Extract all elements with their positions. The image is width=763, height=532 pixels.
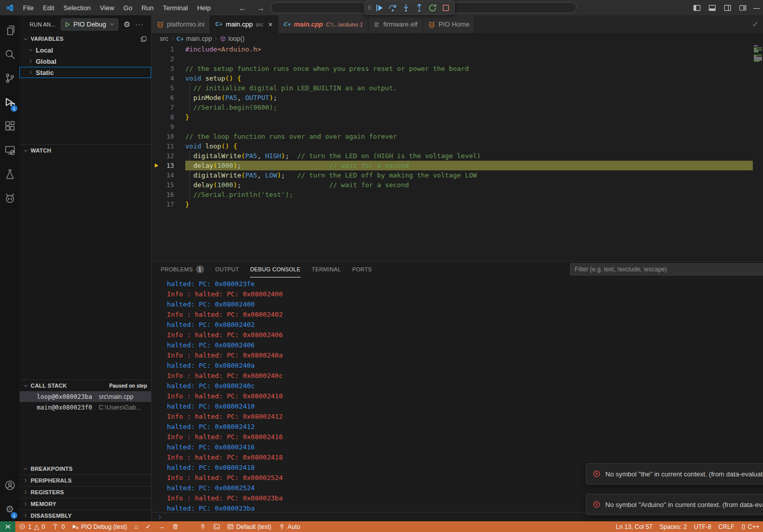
console-filter-input[interactable] bbox=[570, 263, 763, 275]
glyph-margin[interactable] bbox=[152, 83, 162, 93]
forward-icon[interactable]: → bbox=[257, 4, 264, 12]
activity-accounts[interactable] bbox=[0, 473, 19, 497]
line-content[interactable]: delay(1000); // wait for a second bbox=[185, 161, 753, 170]
eol-sequence[interactable]: CRLF bbox=[715, 521, 738, 532]
menu-help[interactable]: Help bbox=[192, 0, 215, 15]
panel-tab-ports[interactable]: PORTS bbox=[352, 262, 372, 277]
pio-serial-monitor-button[interactable] bbox=[196, 521, 210, 532]
menu-file[interactable]: File bbox=[18, 0, 38, 15]
activity-remote-explorer[interactable] bbox=[0, 138, 19, 162]
panel-tab-output[interactable]: OUTPUT bbox=[215, 262, 239, 277]
glyph-margin[interactable] bbox=[152, 132, 162, 141]
panel-tab-terminal[interactable]: TERMINAL bbox=[312, 262, 341, 277]
watch-header[interactable]: WATCH bbox=[19, 145, 151, 156]
tab-platformio-ini[interactable]: platformio.ini bbox=[152, 15, 210, 33]
glyph-margin[interactable] bbox=[152, 151, 162, 161]
menu-run[interactable]: Run bbox=[137, 0, 158, 15]
line-content[interactable]: } bbox=[185, 199, 753, 209]
line-content[interactable]: #include<Arduino.h> bbox=[185, 44, 753, 54]
variables-scope-static[interactable]: Static bbox=[19, 67, 151, 78]
activity-explorer[interactable] bbox=[0, 18, 19, 42]
line-content[interactable]: } bbox=[185, 112, 753, 122]
variables-header[interactable]: VARIABLES bbox=[19, 33, 151, 44]
glyph-margin[interactable] bbox=[152, 199, 162, 209]
minimize-icon[interactable]: — bbox=[753, 4, 760, 12]
menu-go[interactable]: Go bbox=[119, 0, 137, 15]
activity-search[interactable] bbox=[0, 42, 19, 66]
menu-selection[interactable]: Selection bbox=[59, 0, 95, 15]
activity-testing[interactable] bbox=[0, 162, 19, 186]
line-content[interactable]: pinMode(PA5, OUTPUT); bbox=[185, 93, 753, 103]
menu-terminal[interactable]: Terminal bbox=[158, 0, 192, 15]
pio-env-switcher[interactable]: Default (test) bbox=[224, 521, 275, 532]
line-content[interactable]: //Serial.begin(9600); bbox=[185, 103, 753, 112]
step-out-button[interactable] bbox=[413, 2, 425, 14]
line-content[interactable]: digitalWrite(PA5, HIGH); // turn the LED… bbox=[185, 151, 753, 161]
glyph-margin[interactable] bbox=[152, 103, 162, 112]
copy-icon[interactable] bbox=[140, 36, 147, 42]
variables-scope-local[interactable]: Local bbox=[19, 44, 151, 56]
peripherals-header[interactable]: PERIPHERALS bbox=[19, 475, 151, 486]
cursor-position[interactable]: Ln 13, Col 57 bbox=[612, 521, 656, 532]
line-content[interactable]: // the loop function runs over and over … bbox=[185, 132, 753, 141]
memory-header[interactable]: MEMORY bbox=[19, 498, 151, 510]
activity-run-and-debug[interactable]: 1 bbox=[0, 90, 19, 114]
glyph-margin[interactable] bbox=[152, 180, 162, 190]
gear-icon[interactable]: ⚙ bbox=[124, 20, 130, 29]
tab-main-cpp-arduino[interactable]: C+main.cppC:\...\arduino 1 bbox=[278, 15, 368, 33]
tab-main-cpp[interactable]: C+main.cppsrc× bbox=[210, 15, 278, 33]
tab-firmware-elf[interactable]: firmware.elf bbox=[368, 15, 423, 33]
glyph-margin[interactable] bbox=[152, 73, 162, 83]
disassembly-header[interactable]: DISASSEMBLY bbox=[19, 510, 151, 521]
drag-handle-icon[interactable] bbox=[367, 4, 372, 12]
line-content[interactable]: void loop() { bbox=[185, 141, 753, 151]
line-content[interactable]: delay(1000); // wait for a second bbox=[185, 180, 753, 190]
call-stack-header[interactable]: CALL STACK Paused on step bbox=[19, 380, 151, 391]
restart-button[interactable] bbox=[426, 2, 438, 14]
glyph-margin[interactable] bbox=[152, 93, 162, 103]
toggle-sidebar-right-icon[interactable] bbox=[724, 4, 731, 12]
remote-indicator[interactable] bbox=[0, 521, 15, 532]
problems-summary[interactable]: 1△0 bbox=[15, 521, 48, 532]
activity-platformio[interactable] bbox=[0, 186, 19, 210]
notification-toast[interactable]: No symbol "the" in current context. (fro… bbox=[586, 463, 763, 485]
breadcrumb-loop[interactable]: loop() bbox=[220, 35, 244, 42]
pio-test-button[interactable] bbox=[182, 521, 196, 532]
editor-actions[interactable]: ✓ bbox=[752, 15, 759, 33]
glyph-margin[interactable] bbox=[152, 112, 162, 122]
breakpoints-header[interactable]: BREAKPOINTS bbox=[19, 463, 151, 474]
panel-tab-problems[interactable]: PROBLEMS1 bbox=[161, 262, 204, 277]
toggle-sidebar-left-icon[interactable] bbox=[693, 4, 701, 12]
glyph-margin[interactable] bbox=[152, 190, 162, 199]
line-content[interactable]: // initialize digital pin LED_BUILTIN as… bbox=[185, 83, 753, 93]
debug-config-select[interactable]: PIO Debug bbox=[61, 18, 118, 31]
step-over-button[interactable] bbox=[386, 2, 399, 14]
glyph-margin[interactable] bbox=[152, 122, 162, 132]
more-actions-icon[interactable]: ··· bbox=[136, 20, 144, 28]
menu-view[interactable]: View bbox=[95, 0, 119, 15]
line-content[interactable]: void setup() { bbox=[185, 73, 753, 83]
copy-icon[interactable] bbox=[140, 36, 147, 42]
breadcrumb-src[interactable]: src bbox=[160, 35, 168, 42]
back-icon[interactable]: ← bbox=[239, 4, 247, 12]
notification-toast[interactable]: No symbol "Arduino" in current context. … bbox=[586, 494, 763, 515]
pio-terminal-button[interactable] bbox=[210, 521, 224, 532]
indentation[interactable]: Spaces: 2 bbox=[656, 521, 690, 532]
step-into-button[interactable] bbox=[400, 2, 412, 14]
pio-clean-button[interactable] bbox=[168, 521, 182, 532]
debug-configuration[interactable]: PIO Debug (test) bbox=[68, 521, 131, 532]
stack-frame[interactable]: main@0x080023f0C:\Users\Gab... bbox=[19, 402, 151, 413]
language-mode[interactable]: {}C++ bbox=[738, 521, 763, 532]
activity-source-control[interactable] bbox=[0, 66, 19, 90]
stop-button[interactable] bbox=[439, 2, 452, 14]
toggle-layout-custom-icon[interactable] bbox=[739, 4, 747, 12]
encoding[interactable]: UTF-8 bbox=[691, 521, 715, 532]
panel-tab-debug-console[interactable]: DEBUG CONSOLE bbox=[250, 262, 301, 277]
line-content[interactable]: // the setup function runs once when you… bbox=[185, 64, 753, 73]
glyph-margin[interactable] bbox=[152, 64, 162, 73]
activity-extensions[interactable] bbox=[0, 114, 19, 138]
toggle-panel-bottom-icon[interactable] bbox=[708, 4, 716, 12]
line-content[interactable] bbox=[185, 54, 753, 64]
menu-edit[interactable]: Edit bbox=[38, 0, 59, 15]
pio-serial-ports[interactable]: 0 bbox=[48, 521, 68, 532]
